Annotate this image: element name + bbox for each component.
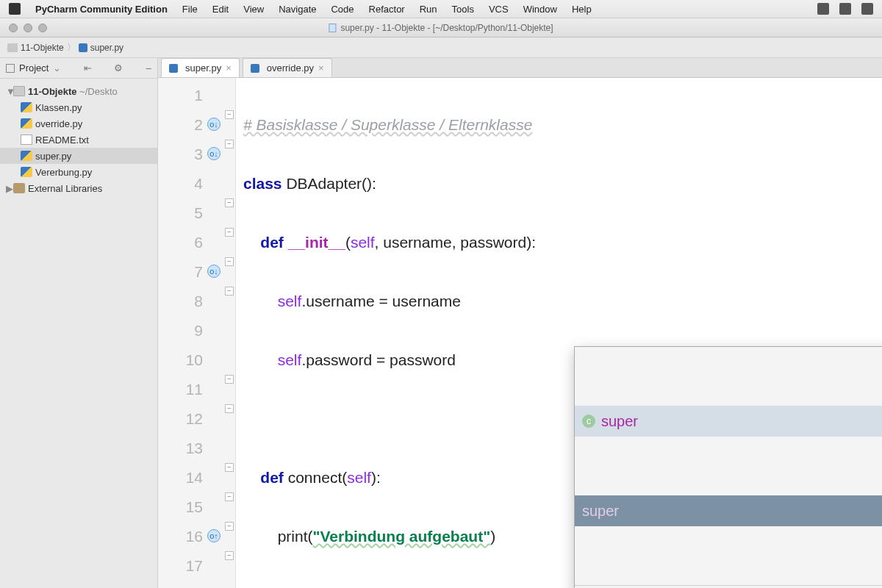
chevron-right-icon: 〉 xyxy=(67,41,76,54)
close-icon[interactable]: × xyxy=(318,62,324,74)
line-number[interactable]: 2o xyxy=(158,110,235,140)
tree-file[interactable]: Vererbung.py xyxy=(0,164,157,180)
status-icon-2[interactable] xyxy=(839,3,851,15)
window-title: super.py - 11-Objekte - [~/Desktop/Pytho… xyxy=(329,23,553,33)
menu-file[interactable]: File xyxy=(182,4,198,15)
fold-marker-icon[interactable]: − xyxy=(225,140,234,148)
menu-navigate[interactable]: Navigate xyxy=(279,4,316,15)
line-number[interactable]: 8 xyxy=(158,287,235,316)
breadcrumb-file[interactable]: super.py xyxy=(90,43,123,53)
close-icon[interactable]: × xyxy=(226,62,232,74)
line-number[interactable]: 10 xyxy=(158,345,235,375)
tree-expand-icon[interactable]: ▼ xyxy=(6,86,13,97)
folder-icon xyxy=(13,86,25,96)
line-number[interactable]: 12 xyxy=(158,404,235,434)
fold-marker-icon[interactable]: − xyxy=(225,404,234,413)
code-string: "Verbindung aufgebaut" xyxy=(313,528,491,545)
line-number[interactable]: 17 xyxy=(158,551,235,581)
python-file-icon xyxy=(21,167,32,177)
override-down-icon[interactable]: o xyxy=(207,265,220,278)
status-icon-3[interactable] xyxy=(861,3,873,15)
python-file-icon xyxy=(251,64,259,73)
line-number[interactable]: 11 xyxy=(158,375,235,404)
python-file-icon xyxy=(169,64,178,73)
chevron-down-icon[interactable]: ⌄ xyxy=(53,62,61,74)
line-number[interactable]: 13 xyxy=(158,434,235,463)
line-number[interactable]: 3o xyxy=(158,140,235,169)
tree-root[interactable]: ▼ 11-Objekte ~/Deskto xyxy=(0,83,157,99)
line-number[interactable]: 4 xyxy=(158,169,235,198)
project-pane-title[interactable]: Project xyxy=(19,62,49,74)
menubar-status-icons xyxy=(817,3,873,15)
menu-tools[interactable]: Tools xyxy=(452,4,474,15)
traffic-close[interactable] xyxy=(9,24,18,32)
fold-marker-icon[interactable]: − xyxy=(225,228,234,237)
fold-marker-icon[interactable]: − xyxy=(225,522,234,531)
tree-external-libs[interactable]: ▶ External Libraries xyxy=(0,180,157,196)
breadcrumb-folder[interactable]: 11-Objekte xyxy=(21,43,64,53)
window-title-text: super.py - 11-Objekte - [~/Desktop/Pytho… xyxy=(340,23,553,33)
line-number[interactable]: 14 xyxy=(158,463,235,492)
tab-label: super.py xyxy=(185,62,221,74)
menu-help[interactable]: Help xyxy=(572,4,592,15)
override-down-icon[interactable]: o xyxy=(207,147,220,160)
hide-icon[interactable]: ‒ xyxy=(146,62,151,74)
project-view-icon[interactable] xyxy=(6,64,15,73)
code-content[interactable]: # Basisklasse / Superklasse / Elternklas… xyxy=(236,78,882,588)
menu-run[interactable]: Run xyxy=(420,4,437,15)
tree-file-selected[interactable]: super.py xyxy=(0,148,157,164)
fold-marker-icon[interactable]: − xyxy=(225,375,234,384)
line-number[interactable]: 16o xyxy=(158,522,235,551)
gear-icon[interactable]: ⚙ xyxy=(114,62,123,74)
menu-edit[interactable]: Edit xyxy=(212,4,229,15)
editor-tab[interactable]: override.py × xyxy=(243,58,332,77)
completion-item[interactable]: csuper builtins xyxy=(575,406,882,437)
tree-file-label: Klassen.py xyxy=(35,102,82,113)
menu-window[interactable]: Window xyxy=(523,4,557,15)
tree-file[interactable]: Klassen.py xyxy=(0,99,157,115)
pycharm-app-icon xyxy=(9,3,21,15)
tree-file-label: README.txt xyxy=(35,135,89,146)
code-keyword: def xyxy=(260,234,287,251)
line-number[interactable]: 6 xyxy=(158,228,235,257)
collapse-icon[interactable]: ⇤ xyxy=(84,62,92,74)
override-down-icon[interactable]: o xyxy=(207,118,220,131)
menu-refactor[interactable]: Refactor xyxy=(369,4,405,15)
python-file-icon xyxy=(329,24,336,32)
line-number[interactable]: 9 xyxy=(158,316,235,345)
system-menubar: PyCharm Community Edition File Edit View… xyxy=(0,0,882,18)
completion-item-selected[interactable]: super 'super(...)' call xyxy=(575,495,882,526)
tree-file[interactable]: override.py xyxy=(0,115,157,132)
traffic-minimize[interactable] xyxy=(24,24,32,32)
status-icon-1[interactable] xyxy=(817,3,829,15)
menu-vcs[interactable]: VCS xyxy=(489,4,509,15)
code-self: self xyxy=(351,234,375,251)
fold-marker-icon[interactable]: − xyxy=(225,551,234,560)
app-name[interactable]: PyCharm Community Edition xyxy=(35,4,168,15)
code-completion-popup[interactable]: csuper builtins super 'super(...)' call … xyxy=(574,346,882,588)
project-tree[interactable]: ▼ 11-Objekte ~/Deskto Klassen.py overrid… xyxy=(0,79,157,201)
tree-file[interactable]: README.txt xyxy=(0,132,157,148)
line-number[interactable]: 5 xyxy=(158,198,235,228)
fold-marker-icon[interactable]: − xyxy=(225,287,234,295)
menu-code[interactable]: Code xyxy=(331,4,354,15)
traffic-lights xyxy=(0,24,47,32)
code-text: print( xyxy=(278,528,313,545)
code-text: ) xyxy=(490,528,495,545)
line-number[interactable]: 15 xyxy=(158,492,235,522)
line-number-gutter[interactable]: 1 2o 3o 4 5 6 7o 8 9 10 11 12 13 14 15 1… xyxy=(158,78,236,588)
fold-marker-icon[interactable]: − xyxy=(225,463,234,472)
line-number[interactable]: 7o xyxy=(158,257,235,287)
code-self: self xyxy=(278,351,302,368)
override-up-icon[interactable]: o xyxy=(207,529,220,542)
fold-marker-icon[interactable]: − xyxy=(225,110,234,119)
line-number[interactable]: 1 xyxy=(158,81,235,110)
editor-tab-active[interactable]: super.py × xyxy=(161,58,240,77)
code-editor[interactable]: 1 2o 3o 4 5 6 7o 8 9 10 11 12 13 14 15 1… xyxy=(158,78,882,588)
tree-expand-icon[interactable]: ▶ xyxy=(6,183,13,194)
traffic-zoom[interactable] xyxy=(38,24,47,32)
menu-view[interactable]: View xyxy=(243,4,264,15)
fold-marker-icon[interactable]: − xyxy=(225,257,234,266)
fold-marker-icon[interactable]: − xyxy=(225,492,234,501)
fold-marker-icon[interactable]: − xyxy=(225,198,234,207)
